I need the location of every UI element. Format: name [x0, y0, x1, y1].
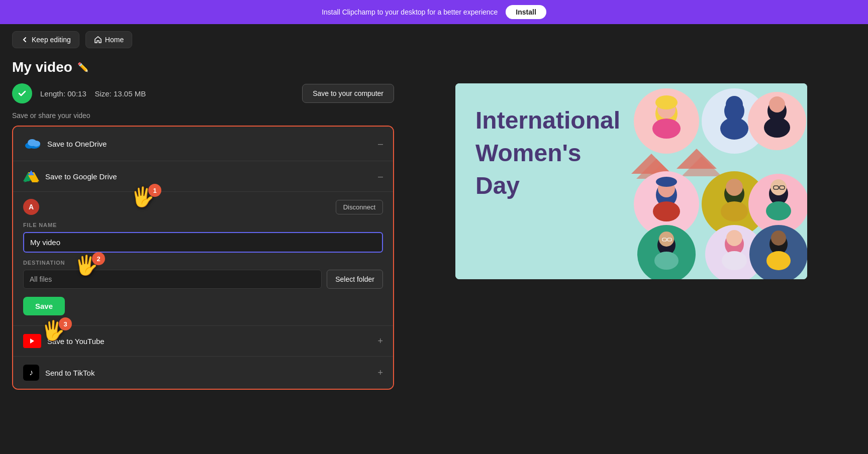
svg-point-24 [769, 96, 785, 112]
onedrive-label: Save to OneDrive [47, 140, 107, 148]
home-button[interactable]: Home [85, 31, 132, 48]
disconnect-button[interactable]: Disconnect [336, 200, 383, 214]
tiktok-logo: ♪ [29, 368, 33, 377]
tiktok-chevron-icon: + [377, 368, 383, 378]
video-info-row: Length: 00:13 Size: 13.05 MB Save to you… [12, 83, 394, 103]
svg-point-43 [766, 201, 791, 220]
svg-point-20 [720, 118, 748, 140]
destination-label: DESTINATION [23, 260, 383, 266]
onedrive-card[interactable]: Save to OneDrive – [13, 127, 393, 161]
back-arrow-icon [21, 36, 29, 44]
left-panel: Length: 00:13 Size: 13.05 MB Save to you… [12, 83, 394, 390]
youtube-chevron-icon: + [377, 336, 383, 347]
top-banner: Install Clipchamp to your desktop for a … [0, 0, 868, 24]
gdrive-card-expanded: Save to Google Drive – A Disconnect FILE… [13, 161, 393, 326]
right-panel: International Women's Day [406, 83, 856, 390]
svg-point-55 [722, 251, 747, 270]
main-content: Length: 00:13 Size: 13.05 MB Save to you… [0, 83, 868, 390]
gdrive-header[interactable]: Save to Google Drive – [13, 161, 393, 191]
svg-point-17 [655, 95, 678, 109]
onedrive-icon-container [23, 135, 41, 153]
gdrive-chevron-icon: – [378, 171, 383, 182]
svg-point-58 [771, 231, 786, 246]
svg-marker-8 [30, 338, 34, 344]
save-to-computer-button[interactable]: Save to your computer [302, 84, 394, 103]
account-avatar: A [23, 199, 39, 215]
cards-wrapper: Save to OneDrive – [12, 126, 394, 390]
check-circle [12, 83, 32, 103]
svg-point-38 [726, 179, 743, 196]
save-share-label: Save or share your video [12, 111, 394, 120]
gdrive-label: Save to Google Drive [45, 172, 117, 181]
video-size: Size: 13.05 MB [94, 89, 146, 98]
gdrive-header-left: Save to Google Drive [23, 169, 117, 183]
svg-point-16 [652, 119, 681, 139]
tiktok-card-left: ♪ Send to TikTok [23, 365, 94, 381]
tiktok-label: Send to TikTok [45, 369, 94, 377]
svg-point-34 [653, 201, 680, 221]
svg-point-54 [726, 230, 742, 246]
page-title-area: My video ✏️ [0, 55, 868, 83]
svg-point-59 [766, 251, 791, 270]
youtube-card-left: Save to YouTube [23, 334, 105, 348]
svg-point-49 [654, 252, 679, 270]
preview-svg: International Women's Day [455, 83, 807, 279]
svg-text:Day: Day [475, 172, 520, 199]
keep-editing-button[interactable]: Keep editing [12, 31, 79, 48]
preview-container: International Women's Day [455, 83, 807, 279]
gdrive-body: A Disconnect FILE NAME DESTINATION All f… [13, 191, 393, 325]
svg-text:International: International [475, 107, 620, 134]
onedrive-card-left: Save to OneDrive [23, 135, 107, 153]
destination-row: All files Select folder [23, 270, 383, 289]
svg-text:Women's: Women's [475, 140, 582, 166]
onedrive-chevron-icon: – [378, 139, 383, 149]
file-name-input[interactable] [23, 232, 383, 253]
checkmark-icon [17, 88, 27, 98]
select-folder-button[interactable]: Select folder [327, 270, 383, 289]
video-meta: Length: 00:13 Size: 13.05 MB [40, 89, 294, 98]
youtube-play-icon [29, 337, 36, 345]
install-button[interactable]: Install [506, 5, 546, 19]
gdrive-icon [23, 169, 39, 183]
youtube-card[interactable]: Save to YouTube + [13, 326, 393, 357]
svg-point-25 [764, 118, 790, 138]
destination-path: All files [23, 270, 322, 289]
page-title: My video [12, 59, 72, 75]
onedrive-icon [23, 135, 41, 153]
youtube-icon-container [23, 334, 41, 348]
file-name-label: FILE NAME [23, 222, 383, 228]
tiktok-card[interactable]: ♪ Send to TikTok + [13, 357, 393, 389]
youtube-label: Save to YouTube [47, 337, 105, 346]
svg-point-3 [32, 141, 40, 147]
account-row: A Disconnect [23, 192, 383, 222]
video-length: Length: 00:13 [40, 89, 86, 98]
save-button[interactable]: Save [23, 297, 65, 315]
edit-title-icon[interactable]: ✏️ [77, 62, 88, 73]
svg-point-21 [726, 96, 743, 113]
home-icon [94, 36, 102, 44]
svg-point-35 [656, 177, 677, 187]
tiktok-icon-container: ♪ [23, 365, 39, 381]
nav-bar: Keep editing Home [0, 24, 868, 55]
banner-text: Install Clipchamp to your desktop for a … [322, 8, 498, 16]
svg-point-39 [721, 201, 748, 221]
